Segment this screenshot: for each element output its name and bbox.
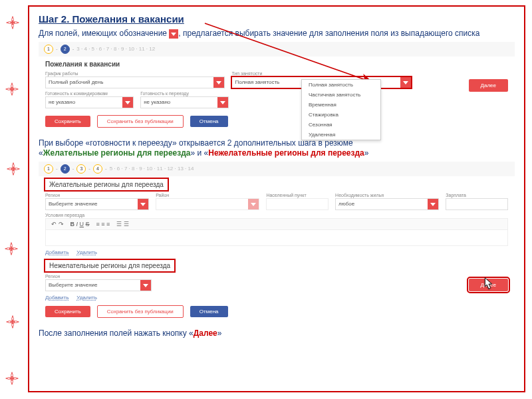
district-label: Район — [156, 193, 259, 198]
delete-link[interactable]: Удалить — [76, 295, 97, 301]
save-nopub-button[interactable]: Сохранить без публикации — [97, 115, 184, 128]
next-button[interactable]: Далее — [469, 79, 508, 92]
housing-select[interactable]: любое — [335, 198, 439, 210]
intro-a: Для полей, имеющих обозначение — [39, 29, 169, 38]
highlight-next: Далее — [194, 329, 217, 338]
cancel-button[interactable]: Отмена — [190, 116, 228, 127]
chevron-down-icon[interactable] — [428, 199, 438, 209]
ready-biz-select[interactable]: не указано — [45, 96, 134, 108]
step-1[interactable]: 1 — [44, 164, 53, 174]
emp-type-menu[interactable]: Полная занятость Частичная занятость Вре… — [301, 79, 381, 140]
delete-link[interactable]: Удалить — [76, 249, 97, 255]
decoration-strip — [0, 0, 23, 399]
step-2[interactable]: 2 — [61, 45, 70, 54]
step-1[interactable]: 1 — [44, 45, 53, 54]
save-button[interactable]: Сохранить — [45, 306, 90, 317]
note-2: При выборе «готовности к переезду» откры… — [39, 138, 515, 159]
chevron-down-icon[interactable] — [217, 97, 228, 108]
final-note: После заполнения полей нажать кнопку «Да… — [39, 329, 515, 338]
region-select[interactable]: Выберите значение — [45, 198, 149, 210]
salary-input[interactable] — [446, 198, 508, 210]
intro-text: Для полей, имеющих обозначение , предлаг… — [39, 29, 515, 39]
chevron-down-icon[interactable] — [140, 280, 151, 291]
emp-type-label: Тип занятости — [231, 71, 411, 76]
district-select[interactable] — [156, 198, 259, 210]
section-header: Пожелания к вакансии — [39, 57, 515, 70]
undesired-regions-title: Нежелательные регионы для переезда — [45, 260, 174, 271]
chevron-down-icon[interactable] — [213, 77, 224, 88]
chevron-down-icon[interactable] — [248, 199, 259, 209]
editor-area[interactable] — [45, 230, 508, 246]
add-link[interactable]: Добавить — [45, 295, 68, 301]
highlight-red: Нежелательные регионы для переезда — [208, 148, 364, 158]
menu-item[interactable]: Стажировка — [302, 110, 380, 120]
step-2[interactable]: 2 — [61, 164, 70, 174]
salary-label: Зарплата — [446, 193, 508, 198]
ready-biz-label: Готовность к командировкам — [45, 91, 134, 96]
menu-item[interactable]: Частичная занятость — [302, 90, 380, 100]
main-frame: Шаг 2. Пожелания к вакансии Для полей, и… — [28, 5, 525, 392]
save-button[interactable]: Сохранить — [45, 116, 90, 127]
schedule-label: График работы — [45, 71, 225, 76]
menu-item[interactable]: Удаленная — [302, 130, 380, 140]
menu-item[interactable]: Временная — [302, 100, 380, 110]
step-3[interactable]: 3 — [76, 164, 86, 174]
add-link[interactable]: Добавить — [45, 249, 68, 255]
cancel-button[interactable]: Отмена — [190, 306, 228, 317]
region-label: Регион — [45, 274, 152, 279]
page-title: Шаг 2. Пожелания к вакансии — [39, 13, 515, 25]
intro-b: , предлагается выбирать значение для зап… — [178, 29, 479, 38]
schedule-select[interactable]: Полный рабочий день — [45, 76, 225, 88]
dropdown-icon — [169, 29, 178, 39]
ready-move-label: Готовность к переезду — [140, 91, 229, 96]
screenshot-1: 1- 2- 3 · 4 · 5 · 6 · 7 · 8 · 9 · 10 · 1… — [39, 42, 515, 133]
stepper: 1- 2- 3- 4- 5 · 6 · 7 · 8 · 9 · 10 · 11 … — [39, 162, 515, 176]
conditions-label: Условия переезда — [45, 213, 508, 217]
menu-item[interactable]: Полная занятость — [302, 80, 380, 90]
region-select-2[interactable]: Выберите значение — [45, 279, 152, 291]
chevron-down-icon[interactable] — [138, 199, 148, 209]
screenshot-2: 1- 2- 3- 4- 5 · 6 · 7 · 8 · 9 · 10 · 11 … — [39, 162, 515, 323]
menu-item[interactable]: Сезонная — [302, 120, 380, 130]
desired-regions-title: Желательные регионы для переезда — [45, 179, 168, 190]
chevron-down-icon[interactable] — [400, 77, 411, 88]
cursor-icon — [479, 275, 497, 294]
chevron-down-icon[interactable] — [122, 97, 133, 108]
region-label: Регион — [45, 193, 149, 198]
housing-label: Необходимость жилья — [335, 193, 439, 198]
save-nopub-button[interactable]: Сохранить без публикации — [97, 305, 184, 318]
stepper: 1- 2- 3 · 4 · 5 · 6 · 7 · 8 · 9 · 10 · 1… — [39, 42, 515, 57]
step-4[interactable]: 4 — [93, 164, 102, 174]
city-select[interactable] — [266, 198, 329, 210]
highlight-green: Желательные регионы для переезда — [43, 148, 191, 158]
city-label: Населенный пункт — [266, 193, 329, 198]
ready-move-select[interactable]: не указано — [140, 96, 229, 108]
editor-toolbar[interactable]: ↶ ↷B I U S≡ ≡ ≡☰ ☰ — [45, 218, 508, 230]
